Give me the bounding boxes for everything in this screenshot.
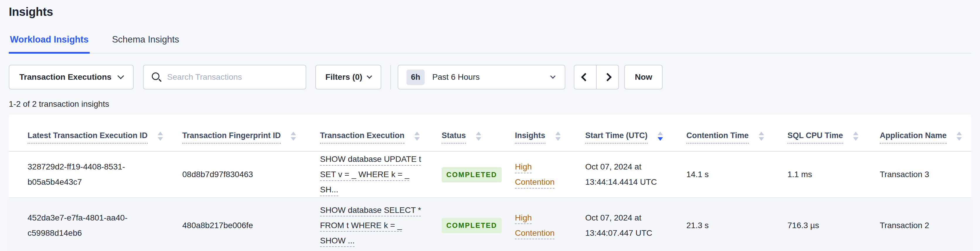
time-range-badge: 6h [406,69,425,85]
page-title: Insights [9,0,971,19]
sort-icon [555,132,561,141]
fingerprint-id-cell: 480a8b217be006fe [173,198,311,251]
search-icon [151,72,162,82]
insight-type-dropdown[interactable]: Transaction Executions [9,65,134,90]
latest-execution-id-cell: 452da3e7-e7fa-4801-aa40-c59988d14eb6 [9,198,173,251]
transaction-execution-link[interactable]: SHOW database SELECT * FROM t WHERE k = … [320,206,421,245]
sort-icon [853,132,858,141]
time-range-picker[interactable]: 6h Past 6 Hours [398,65,565,90]
sort-icon [658,132,663,141]
chevron-down-icon [367,73,372,78]
sql-cpu-time-cell: 716.3 µs [778,198,870,251]
chevron-right-icon [603,73,612,81]
now-button[interactable]: Now [624,65,663,90]
table-row: 452da3e7-e7fa-4801-aa40-c59988d14eb6 480… [9,198,971,251]
chevron-left-icon [581,73,589,81]
column-header-contention-time[interactable]: Contention Time [677,115,778,151]
column-header-transaction-execution[interactable]: Transaction Execution [311,115,432,151]
transaction-execution-cell: SHOW database SELECT * FROM t WHERE k = … [311,198,432,251]
column-header-status[interactable]: Status [432,115,506,151]
sort-icon [291,132,296,141]
application-name-cell: Transaction 2 [870,198,971,251]
start-time-cell: Oct 07, 2024 at 13:44:07.447 UTC [576,198,677,251]
time-range-label: Past 6 Hours [432,72,551,82]
toolbar: Transaction Executions Filters (0) 6h Pa… [9,65,971,90]
high-contention-link[interactable]: High Contention [515,213,554,238]
insights-cell: High Contention [506,198,576,251]
insights-cell: High Contention [506,151,576,198]
filters-button[interactable]: Filters (0) [315,65,381,90]
chevron-down-icon [550,73,556,78]
sort-icon [476,132,481,141]
start-time-cell: Oct 07, 2024 at 13:44:14.4414 UTC [576,151,677,198]
high-contention-link[interactable]: High Contention [515,162,554,187]
sort-icon [158,132,163,141]
column-header-latest-transaction-execution-id[interactable]: Latest Transaction Execution ID [9,115,173,151]
column-header-transaction-fingerprint-id[interactable]: Transaction Fingerprint ID [173,115,311,151]
contention-time-cell: 14.1 s [677,151,778,198]
results-summary: 1-2 of 2 transaction insights [9,99,971,109]
time-next-button[interactable] [596,65,619,90]
time-nav-group [574,65,619,90]
table-row: 328729d2-ff19-4408-8531-b05a5b4e43c7 08d… [9,151,971,198]
insights-page: Insights Workload Insights Schema Insigh… [0,0,980,251]
table-header-row: Latest Transaction Execution ID Transact… [9,115,971,151]
transaction-execution-cell: SHOW database UPDATE t SET v = _ WHERE k… [311,151,432,198]
chevron-down-icon [118,72,124,79]
column-header-application-name[interactable]: Application Name [870,115,971,151]
latest-execution-id-cell: 328729d2-ff19-4408-8531-b05a5b4e43c7 [9,151,173,198]
tab-schema-insights[interactable]: Schema Insights [111,34,180,54]
transaction-execution-link[interactable]: SHOW database UPDATE t SET v = _ WHERE k… [320,155,421,194]
search-input[interactable] [167,72,298,82]
column-header-sql-cpu-time[interactable]: SQL CPU Time [778,115,870,151]
insight-type-label: Transaction Executions [19,72,111,82]
sort-icon [956,132,962,141]
sql-cpu-time-cell: 1.1 ms [778,151,870,198]
fingerprint-id-cell: 08d8b7d97f830463 [173,151,311,198]
search-box[interactable] [143,65,306,90]
filters-label: Filters (0) [325,72,362,82]
transaction-insights-table: Latest Transaction Execution ID Transact… [9,115,971,251]
status-badge: COMPLETED [442,167,502,182]
contention-time-cell: 21.3 s [677,198,778,251]
toolbar-divider [390,65,391,90]
application-name-cell: Transaction 3 [870,151,971,198]
tabs: Workload Insights Schema Insights [9,34,971,54]
time-prev-button[interactable] [574,65,597,90]
status-badge: COMPLETED [442,218,502,233]
column-header-insights[interactable]: Insights [506,115,576,151]
status-cell: COMPLETED [432,198,506,251]
sort-icon [759,132,764,141]
insights-table-card: Latest Transaction Execution ID Transact… [9,115,971,251]
sort-icon [414,132,420,141]
tab-workload-insights[interactable]: Workload Insights [9,34,90,54]
column-header-start-time[interactable]: Start Time (UTC) [576,115,677,151]
status-cell: COMPLETED [432,151,506,198]
